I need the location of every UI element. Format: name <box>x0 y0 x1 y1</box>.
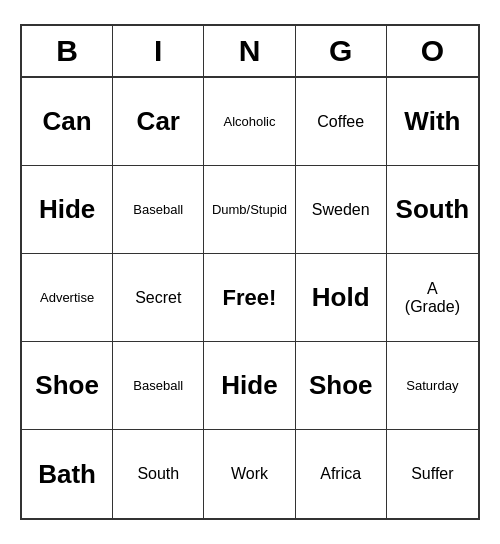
bingo-cell: Advertise <box>22 254 113 342</box>
bingo-cell: Can <box>22 78 113 166</box>
bingo-cell: Secret <box>113 254 204 342</box>
bingo-cell: With <box>387 78 478 166</box>
header-letter: N <box>204 26 295 76</box>
bingo-cell: Baseball <box>113 166 204 254</box>
bingo-cell: South <box>387 166 478 254</box>
bingo-cell: A(Grade) <box>387 254 478 342</box>
bingo-cell: Shoe <box>296 342 387 430</box>
bingo-grid: CanCarAlcoholicCoffeeWithHideBaseballDum… <box>22 78 478 518</box>
header-letter: B <box>22 26 113 76</box>
bingo-cell: Baseball <box>113 342 204 430</box>
bingo-cell: Sweden <box>296 166 387 254</box>
bingo-card: BINGO CanCarAlcoholicCoffeeWithHideBaseb… <box>20 24 480 520</box>
bingo-cell: South <box>113 430 204 518</box>
bingo-cell: Africa <box>296 430 387 518</box>
bingo-cell: Coffee <box>296 78 387 166</box>
bingo-cell: Work <box>204 430 295 518</box>
bingo-cell: Hide <box>22 166 113 254</box>
bingo-cell: Alcoholic <box>204 78 295 166</box>
bingo-cell: Hold <box>296 254 387 342</box>
header-letter: G <box>296 26 387 76</box>
bingo-cell: Hide <box>204 342 295 430</box>
bingo-cell: Free! <box>204 254 295 342</box>
header-letter: I <box>113 26 204 76</box>
bingo-cell: Saturday <box>387 342 478 430</box>
header-letter: O <box>387 26 478 76</box>
bingo-cell: Dumb/Stupid <box>204 166 295 254</box>
bingo-cell: Suffer <box>387 430 478 518</box>
bingo-cell: Shoe <box>22 342 113 430</box>
bingo-cell: Bath <box>22 430 113 518</box>
bingo-header: BINGO <box>22 26 478 78</box>
bingo-cell: Car <box>113 78 204 166</box>
